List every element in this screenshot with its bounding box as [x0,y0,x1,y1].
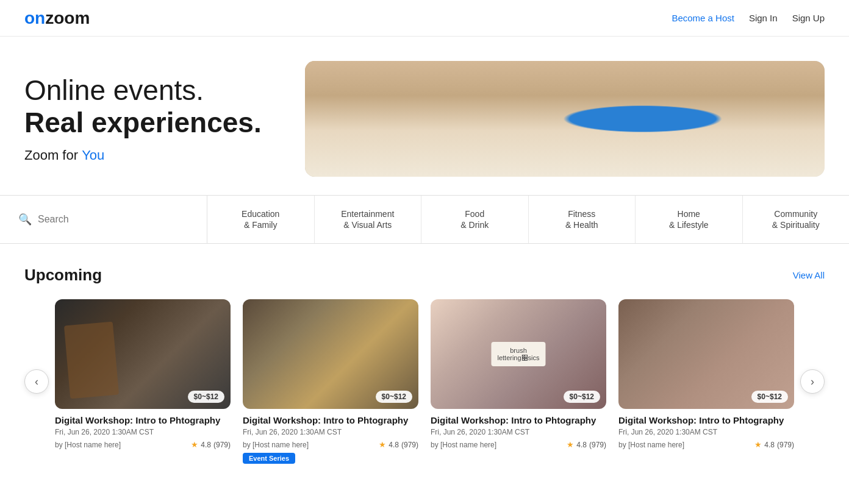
categories-list: Education& FamilyEntertainment& Visual A… [207,196,849,243]
card-title: Digital Workshop: Intro to Phtography [618,415,794,425]
category-item[interactable]: Food& Drink [421,196,529,243]
carousel-prev-button[interactable]: ‹ [24,369,49,394]
card-footer: by [Host name here] ★ 4.8 (979) [618,440,794,449]
event-card[interactable]: $0~$12 Digital Workshop: Intro to Phtogr… [431,299,606,464]
hero-sub-highlight: You [82,147,104,163]
upcoming-header: Upcoming View All [24,266,825,285]
price-badge: $0~$12 [564,391,600,403]
card-title: Digital Workshop: Intro to Phtography [431,415,606,425]
hero-sub-text: Zoom for [24,147,82,163]
cat-line2: & Drink [460,219,489,230]
card-date: Fri, Jun 26, 2020 1:30AM CST [243,428,418,436]
logo-on: on [24,9,45,28]
search-icon: 🔍 [18,213,32,226]
hero-line2: Real experiences. [24,107,262,138]
card-host: by [Host name here] [55,441,121,449]
card-title: Digital Workshop: Intro to Phtography [55,415,231,425]
card-host: by [Host name here] [618,441,684,449]
card-image: $0~$12 [618,299,794,409]
search-input[interactable] [38,214,188,225]
category-bar: 🔍 Education& FamilyEntertainment& Visual… [0,195,849,244]
card-footer: by [Host name here] ★ 4.8 (979) [431,440,606,449]
rating-value: 4.8 [576,441,587,449]
category-item[interactable]: Fitness& Health [529,196,636,243]
cards-row: $0~$12 Digital Workshop: Intro to Phtogr… [55,299,794,464]
category-item[interactable]: Home& Lifestyle [636,196,743,243]
rating-reviews: (979) [777,441,794,449]
cat-line1: Home [678,208,700,219]
card-image: $0~$12 [431,299,606,409]
sign-in-link[interactable]: Sign In [749,13,778,23]
card-date: Fri, Jun 26, 2020 1:30AM CST [55,428,231,436]
card-rating: ★ 4.8 (979) [567,440,606,449]
cat-line2: & Family [244,219,277,230]
hero-sub: Zoom for You [24,147,281,163]
category-item[interactable]: Education& Family [207,196,315,243]
cat-line2: & Visual Arts [343,219,392,230]
card-footer: by [Host name here] ★ 4.8 (979) [55,440,231,449]
card-date: Fri, Jun 26, 2020 1:30AM CST [618,428,794,436]
event-card[interactable]: $0~$12 Digital Workshop: Intro to Phtogr… [243,299,418,464]
card-rating: ★ 4.8 (979) [754,440,794,449]
cat-line1: Fitness [568,208,595,219]
cat-line2: & Health [565,219,598,230]
cat-line1: Food [465,208,484,219]
logo[interactable]: on zoom [24,9,90,28]
price-badge: $0~$12 [751,391,788,403]
view-all-link[interactable]: View All [793,270,825,280]
star-icon: ★ [567,440,574,449]
search-section[interactable]: 🔍 [0,196,207,243]
price-badge: $0~$12 [188,391,224,403]
upcoming-section: Upcoming View All ‹ $0~$12 Digital Works… [0,244,849,486]
card-rating: ★ 4.8 (979) [379,440,418,449]
card-host: by [Host name here] [431,441,496,449]
cat-line1: Community [774,208,817,219]
card-title: Digital Workshop: Intro to Phtography [243,415,418,425]
become-host-link[interactable]: Become a Host [672,13,734,23]
star-icon: ★ [379,440,386,449]
event-series-badge: Event Series [243,453,295,464]
navbar: on zoom Become a Host Sign In Sign Up [0,0,849,37]
card-image: $0~$12 [243,299,418,409]
card-rating: ★ 4.8 (979) [191,440,231,449]
rating-reviews: (979) [213,441,231,449]
rating-value: 4.8 [389,441,399,449]
rating-value: 4.8 [764,441,775,449]
cat-line1: Entertainment [341,208,394,219]
category-item[interactable]: Entertainment& Visual Arts [315,196,422,243]
card-date: Fri, Jun 26, 2020 1:30AM CST [431,428,606,436]
sign-up-link[interactable]: Sign Up [792,13,825,23]
upcoming-title: Upcoming [24,266,102,285]
rating-value: 4.8 [201,441,211,449]
hero-image [305,61,825,177]
hero-bg-art [305,61,825,177]
carousel-next-button[interactable]: › [800,369,825,394]
cat-line1: Education [242,208,279,219]
carousel-wrapper: ‹ $0~$12 Digital Workshop: Intro to Phto… [24,299,825,464]
cat-line2: & Lifestyle [669,219,709,230]
card-image: $0~$12 [55,299,231,409]
category-item[interactable]: Community& Spirituality [743,196,850,243]
hero-line1: Online events. [24,74,204,106]
logo-zoom: zoom [45,9,90,28]
nav-links: Become a Host Sign In Sign Up [672,13,825,23]
hero-section: Online events. Real experiences. Zoom fo… [0,37,849,195]
rating-reviews: (979) [589,441,606,449]
hero-text: Online events. Real experiences. Zoom fo… [24,74,281,163]
event-card[interactable]: $0~$12 Digital Workshop: Intro to Phtogr… [55,299,231,464]
star-icon: ★ [191,440,198,449]
cat-line2: & Spirituality [772,219,820,230]
rating-reviews: (979) [401,441,418,449]
card-footer: by [Host name here] ★ 4.8 (979) [243,440,418,449]
price-badge: $0~$12 [376,391,412,403]
star-icon: ★ [754,440,762,449]
event-card[interactable]: $0~$12 Digital Workshop: Intro to Phtogr… [618,299,794,464]
card-host: by [Host name here] [243,441,309,449]
